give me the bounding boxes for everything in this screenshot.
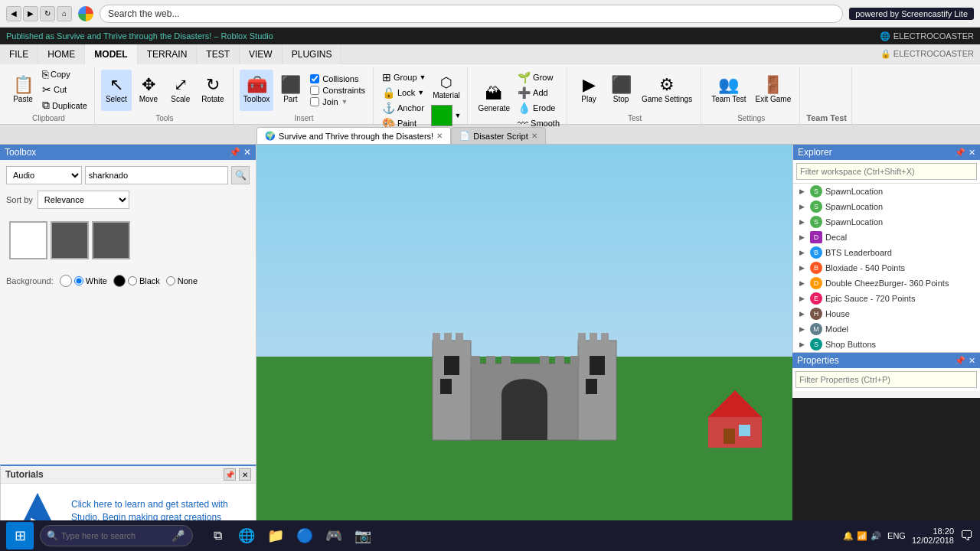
lock-button[interactable]: 🔒 Lock ▼ (380, 86, 429, 99)
paste-button[interactable]: 📋 Paste (8, 70, 38, 111)
back-button[interactable]: ◀ (6, 6, 21, 21)
explorer-title: Explorer (798, 147, 832, 158)
group-button[interactable]: ⊞ Group ▼ (380, 70, 429, 84)
explorer-item-bts[interactable]: ▶ B BTS Leaderboard (793, 245, 980, 260)
grid-item-white[interactable] (9, 221, 47, 259)
explorer-item-model[interactable]: ▶ M Model (793, 321, 980, 337)
exit-game-button[interactable]: 🚪 Exit Game (752, 70, 795, 111)
notification-icon[interactable]: 🔔 (843, 531, 854, 541)
explorer-filter-input[interactable] (796, 163, 977, 180)
start-button[interactable]: ⊞ (6, 522, 34, 549)
tab-model[interactable]: MODEL (85, 44, 137, 64)
chrome-taskbar-icon[interactable]: 🔵 (292, 523, 317, 548)
bg-white-radio[interactable] (74, 276, 83, 285)
rotate-button[interactable]: ↻ Rotate (198, 70, 228, 111)
anchor-button[interactable]: ⚓ Anchor (380, 101, 429, 115)
sort-dropdown[interactable]: Relevance Newest (38, 191, 129, 209)
constraints-checkbox[interactable]: Constraints (310, 86, 365, 95)
tab-test[interactable]: TEST (197, 44, 240, 64)
media-taskbar-icon[interactable]: 📷 (351, 523, 375, 548)
select-button[interactable]: ↖ Select (101, 70, 132, 111)
explorer-item-bloxiade[interactable]: ▶ B Bloxiade - 540 Points (793, 260, 980, 276)
tab-view[interactable]: VIEW (240, 44, 283, 64)
move-button[interactable]: ✥ Move (133, 70, 164, 111)
forward-button[interactable]: ▶ (23, 6, 38, 21)
toolbox-body: Audio Models Decals 🔍 Sort by Relevance … (0, 160, 256, 272)
explorer-close-btn[interactable]: ✕ (969, 148, 975, 158)
search-button[interactable]: 🔍 (231, 166, 250, 184)
doc-tab-script-close[interactable]: ✕ (531, 132, 537, 140)
stop-button[interactable]: ⬛ Stop (606, 70, 636, 111)
doc-tab-survive-close[interactable]: ✕ (436, 132, 443, 140)
explorer-item-spawn2[interactable]: ▶ S SpawnLocation (793, 199, 980, 214)
collisions-input[interactable] (310, 74, 319, 83)
bg-white-option[interactable]: White (60, 275, 107, 287)
tab-file[interactable]: FILE (0, 44, 38, 64)
roblox-taskbar-icon[interactable]: 🎮 (322, 523, 346, 548)
grid-item-dark1[interactable] (51, 221, 89, 259)
taskbar-search-input[interactable] (61, 531, 168, 540)
doc-tab-script[interactable]: 📄 Disaster Script ✕ (451, 127, 546, 144)
bg-none-radio[interactable] (166, 276, 175, 285)
collisions-checkbox[interactable]: Collisions (310, 74, 365, 83)
volume-icon[interactable]: 🔊 (871, 531, 881, 541)
toolbox-grid (6, 215, 250, 266)
explorer-item-cheez[interactable]: ▶ D Double CheezBurger- 360 Points (793, 276, 980, 291)
duplicate-button[interactable]: ⧉ Duplicate (40, 98, 90, 112)
task-view-icon[interactable]: ⧉ (205, 523, 230, 548)
explorer-item-epic[interactable]: ▶ E Epic Sauce - 720 Points (793, 291, 980, 306)
cut-button[interactable]: ✂ Cut (40, 83, 90, 96)
grow-icon: 🌱 (518, 71, 531, 83)
join-input[interactable] (310, 97, 319, 106)
toolbox-button[interactable]: 🧰 Toolbox (240, 70, 273, 111)
bg-none-option[interactable]: None (166, 276, 198, 285)
part-button[interactable]: ⬛ Part (275, 70, 305, 111)
explorer-item-house[interactable]: ▶ H House (793, 306, 980, 321)
toolbox-pin-button[interactable]: 📌 (229, 147, 240, 158)
epic-icon: E (810, 292, 822, 305)
wifi-icon[interactable]: 📶 (857, 531, 867, 541)
properties-pin-btn[interactable]: 📌 (955, 356, 965, 366)
tab-plugins[interactable]: PLUGINS (283, 44, 342, 64)
refresh-button[interactable]: ↻ (40, 6, 55, 21)
constraints-input[interactable] (310, 86, 319, 95)
url-bar[interactable]: Search the web... (100, 5, 843, 23)
copy-button[interactable]: ⎘ Copy (40, 67, 90, 81)
tutorials-pin-button[interactable]: 📌 (224, 468, 236, 481)
bg-black-radio[interactable] (128, 276, 137, 285)
properties-filter-input[interactable] (795, 371, 977, 388)
explorer-item-decal[interactable]: ▶ D Decal (793, 230, 980, 245)
erode-button[interactable]: 💧 Erode (515, 101, 562, 115)
tab-home[interactable]: HOME (38, 44, 85, 64)
cut-icon: ✂ (42, 83, 51, 96)
explorer-item-shop[interactable]: ▶ S Shop Buttons (793, 337, 980, 352)
doc-tab-survive[interactable]: 🌍 Survive and Thrive through the Disaste… (256, 127, 451, 144)
tab-terrain[interactable]: TERRAIN (138, 44, 198, 64)
toolbox-search-input[interactable] (85, 166, 228, 184)
scale-button[interactable]: ⤢ Scale (165, 70, 196, 111)
team-test-button[interactable]: 👥 Team Test (707, 70, 750, 111)
generate-button[interactable]: 🏔 Generate (474, 78, 514, 119)
grid-item-dark2[interactable] (92, 221, 130, 259)
explorer-item-spawn1[interactable]: ▶ S SpawnLocation (793, 184, 980, 199)
explorer-item-spawn3[interactable]: ▶ S SpawnLocation (793, 214, 980, 230)
tutorials-close-button[interactable]: ✕ (239, 468, 251, 481)
home-button[interactable]: ⌂ (57, 6, 72, 21)
category-dropdown[interactable]: Audio Models Decals (6, 166, 82, 184)
color-swatch[interactable] (431, 105, 452, 126)
add-terrain-button[interactable]: ➕ Add (515, 86, 562, 99)
play-button[interactable]: ▶ Play (573, 70, 604, 111)
viewport[interactable] (256, 145, 792, 551)
notification-panel-icon[interactable]: 🗨 (960, 528, 974, 544)
join-checkbox[interactable]: Join ▼ (310, 97, 365, 106)
file-explorer-icon[interactable]: 📁 (263, 523, 288, 548)
toolbox-close-button[interactable]: ✕ (243, 147, 251, 158)
edge-icon[interactable]: 🌐 (234, 523, 259, 548)
material-button[interactable]: ⬡ Material (430, 73, 462, 102)
game-settings-button[interactable]: ⚙ Game Settings (638, 70, 696, 111)
grow-button[interactable]: 🌱 Grow (515, 70, 562, 84)
explorer-pin-btn[interactable]: 📌 (955, 148, 965, 158)
bg-black-option[interactable]: Black (113, 275, 160, 287)
taskbar-time: 18:20 12/02/2018 (912, 527, 954, 545)
properties-close-btn[interactable]: ✕ (969, 356, 975, 366)
